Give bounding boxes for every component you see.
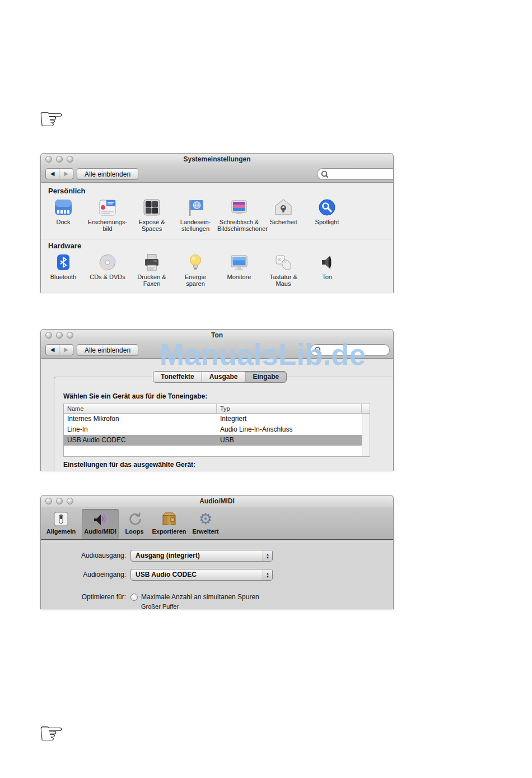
pref-item-landeseinstellungen[interactable]: Landesein- stellungen bbox=[174, 198, 217, 232]
titlebar[interactable]: Ton bbox=[41, 330, 393, 341]
scrollbar-track[interactable] bbox=[362, 446, 370, 456]
tab-eingabe[interactable]: Eingabe bbox=[245, 371, 287, 383]
stepper-arrows-icon[interactable]: ▲▼ bbox=[263, 569, 272, 580]
zoom-button[interactable] bbox=[67, 498, 73, 504]
desktop-screensaver-icon[interactable] bbox=[230, 198, 249, 217]
cell-name: Internes Mikrofon bbox=[64, 414, 217, 424]
appearance-icon[interactable] bbox=[98, 198, 117, 217]
optimize-row: Optimieren für: Maximale Anzahl an simul… bbox=[41, 593, 393, 602]
minimize-button[interactable] bbox=[56, 156, 63, 163]
scrollbar-track[interactable] bbox=[362, 424, 370, 435]
search-field[interactable] bbox=[317, 168, 394, 180]
toolbar-item-erweitert[interactable]: ⚙ Erweitert bbox=[187, 509, 224, 539]
show-all-button[interactable]: Alle einblenden bbox=[77, 344, 138, 356]
bluetooth-icon[interactable] bbox=[54, 253, 73, 272]
toolbar: ◀ ▶ Alle einblenden bbox=[41, 341, 393, 359]
pref-item-drucken-faxen[interactable]: Drucken & Faxen bbox=[130, 253, 174, 287]
radio-max-tracks[interactable] bbox=[130, 594, 138, 601]
spotlight-icon[interactable] bbox=[318, 198, 337, 217]
audio-input-dropdown[interactable]: USB Audio CODEC ▲▼ bbox=[130, 569, 273, 581]
toolbar-item-allgemein[interactable]: Allgemein bbox=[43, 509, 80, 539]
close-button[interactable] bbox=[45, 332, 52, 339]
table-row-empty[interactable] bbox=[64, 446, 370, 456]
displays-icon[interactable] bbox=[230, 253, 249, 272]
toolbar-item-label: Allgemein bbox=[43, 528, 80, 535]
pref-item-spotlight[interactable]: Spotlight bbox=[305, 198, 349, 225]
dropdown-value: USB Audio CODEC bbox=[131, 569, 263, 580]
window-title: Audio/MIDI bbox=[41, 495, 393, 507]
nav-buttons: ◀ ▶ bbox=[45, 168, 73, 179]
pref-item-sicherheit[interactable]: Sicherheit bbox=[262, 198, 305, 225]
window-systemeinstellungen: Systemeinstellungen ◀ ▶ Alle einblenden … bbox=[40, 153, 394, 293]
pointing-hand-icon: ☞ bbox=[38, 719, 64, 748]
pref-item-label: Drucken & Faxen bbox=[130, 274, 174, 287]
search-input[interactable] bbox=[329, 170, 394, 179]
pref-item-label: CDs & DVDs bbox=[86, 274, 129, 280]
show-all-button[interactable]: Alle einblenden bbox=[77, 168, 138, 180]
pref-item-monitore[interactable]: Monitore bbox=[217, 253, 261, 280]
pref-item-schreibtisch[interactable]: Schreibtisch & Bildschirmschoner bbox=[217, 198, 261, 232]
titlebar[interactable]: Systemeinstellungen bbox=[41, 154, 393, 165]
pref-item-dock[interactable]: Dock bbox=[41, 198, 85, 225]
pref-item-bluetooth[interactable]: Bluetooth bbox=[41, 253, 85, 280]
audio-input-row: Audioeingang: USB Audio CODEC ▲▼ bbox=[41, 569, 393, 581]
forward-button[interactable]: ▶ bbox=[59, 168, 73, 179]
toolbar-item-label: Exportieren bbox=[148, 528, 190, 535]
column-header-typ[interactable]: Typ bbox=[217, 404, 362, 413]
pref-item-expose-spaces[interactable]: Exposé & Spaces bbox=[130, 198, 174, 232]
stepper-arrows-icon[interactable]: ▲▼ bbox=[263, 550, 272, 561]
pref-item-energie-sparen[interactable]: Energie sparen bbox=[174, 253, 217, 287]
pref-item-ton[interactable]: Ton bbox=[305, 253, 349, 280]
toolbar-item-audio-midi[interactable]: Audio/MIDI bbox=[82, 509, 119, 539]
back-button[interactable]: ◀ bbox=[45, 344, 59, 355]
back-button[interactable]: ◀ bbox=[45, 168, 59, 179]
print-fax-icon[interactable] bbox=[142, 253, 161, 272]
minimize-button[interactable] bbox=[56, 498, 63, 504]
pref-item-label: Sicherheit bbox=[262, 219, 305, 225]
zoom-button[interactable] bbox=[67, 332, 73, 339]
energy-saver-icon[interactable] bbox=[186, 253, 205, 272]
preferences-grid: Persönlich Dock Erscheinungs- bild Expos… bbox=[41, 183, 393, 293]
cell-typ: Integriert bbox=[217, 414, 362, 424]
expose-spaces-icon[interactable] bbox=[142, 198, 161, 217]
column-header-name[interactable]: Name bbox=[64, 404, 217, 413]
manual-page: ☞ Systemeinstellungen ◀ ▶ Alle einblende… bbox=[0, 0, 532, 778]
window-controls bbox=[45, 332, 73, 339]
tab-toneffekte[interactable]: Toneffekte bbox=[153, 371, 202, 383]
cell-name bbox=[64, 446, 217, 456]
titlebar[interactable]: Audio/MIDI bbox=[41, 495, 393, 507]
minimize-button[interactable] bbox=[56, 332, 63, 339]
scrollbar-track[interactable] bbox=[362, 435, 370, 446]
close-button[interactable] bbox=[45, 498, 52, 504]
cds-dvds-icon[interactable] bbox=[98, 253, 117, 272]
radio-option2-label: Großer Puffer bbox=[141, 603, 179, 609]
close-button[interactable] bbox=[45, 156, 52, 163]
dock-icon[interactable] bbox=[54, 198, 73, 217]
security-icon[interactable] bbox=[274, 198, 293, 217]
pref-item-tastatur-maus[interactable]: Tastatur & Maus bbox=[262, 253, 305, 287]
keyboard-mouse-icon[interactable] bbox=[274, 253, 293, 272]
device-prompt: Wählen Sie ein Gerät aus für die Toneing… bbox=[63, 392, 207, 400]
pref-item-label: Landesein- stellungen bbox=[174, 219, 217, 232]
cell-name: USB Audio CODEC bbox=[64, 435, 217, 446]
cell-typ: USB bbox=[217, 435, 362, 446]
pref-item-cds-dvds[interactable]: CDs & DVDs bbox=[86, 253, 129, 280]
sound-icon[interactable] bbox=[318, 253, 337, 272]
audio-output-dropdown[interactable]: Ausgang (integriert) ▲▼ bbox=[130, 550, 273, 562]
toolbar-item-loops[interactable]: Loops bbox=[120, 509, 149, 539]
zoom-button[interactable] bbox=[67, 156, 73, 163]
forward-button[interactable]: ▶ bbox=[59, 344, 73, 355]
scrollbar-track[interactable] bbox=[362, 414, 370, 424]
international-icon[interactable] bbox=[186, 198, 205, 217]
dropdown-value: Ausgang (integriert) bbox=[131, 550, 263, 561]
pref-item-erscheinungsbild[interactable]: Erscheinungs- bild bbox=[86, 198, 129, 232]
tab-ausgabe[interactable]: Ausgabe bbox=[202, 371, 246, 383]
audio-input-label: Audioeingang: bbox=[41, 569, 126, 581]
table-row-selected[interactable]: USB Audio CODEC USB bbox=[64, 435, 370, 446]
table-row[interactable]: Internes Mikrofon Integriert bbox=[64, 414, 370, 424]
search-input[interactable] bbox=[322, 346, 375, 355]
table-row[interactable]: Line-In Audio Line-In-Anschluss bbox=[64, 424, 370, 435]
toolbar-item-exportieren[interactable]: Exportieren bbox=[148, 509, 190, 539]
pointing-hand-icon: ☞ bbox=[38, 104, 64, 133]
search-field[interactable] bbox=[310, 344, 390, 356]
